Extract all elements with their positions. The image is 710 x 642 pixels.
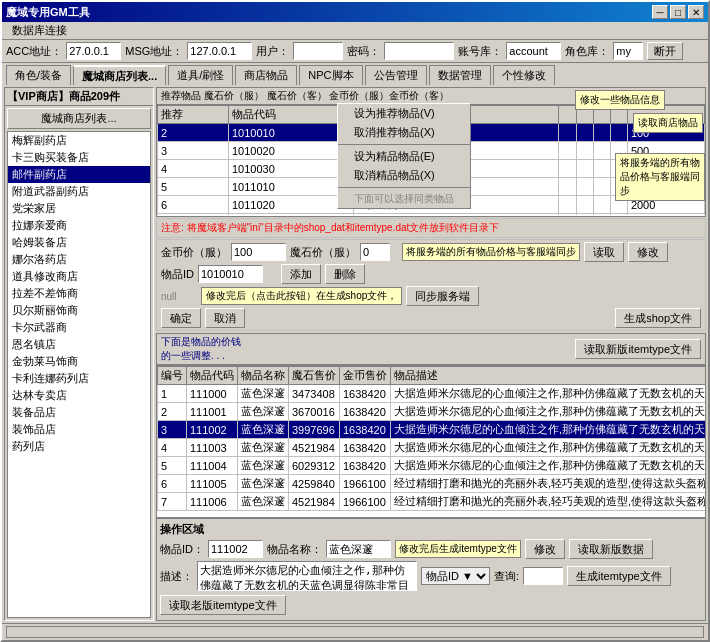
title-buttons: ─ □ ✕ [652,5,704,19]
read-button[interactable]: 读取 [584,242,624,262]
cell: 1011010 [228,178,353,196]
disconnect-button[interactable]: 断开 [647,42,683,60]
op-read-new-button[interactable]: 读取新版数据 [569,539,653,559]
list-item[interactable]: 药列店 [8,438,150,455]
context-cancel-recommend[interactable]: 取消推荐物品(X) [338,123,470,142]
cell [559,160,576,178]
bottom-table-container[interactable]: 编号 物品代码 物品名称 魔石售价 金币售价 物品描述 1 11 [156,365,706,518]
table-row[interactable]: 6 111005 蓝色深邃 4259840 1966100 经过精细打磨和抛光的… [158,475,707,493]
msg-label: MSG地址： [125,44,183,59]
shop-list-button[interactable]: 魔城商店列表... [7,108,151,129]
user-label: 用户： [256,44,289,59]
tab-shop-list[interactable]: 魔城商店列表... [73,65,166,85]
list-item[interactable]: 拉差不差饰商 [8,285,150,302]
op-modify-button[interactable]: 修改 [525,539,565,559]
cell [576,160,593,178]
table-row[interactable]: 7 1010100 治疗药水 [158,214,705,216]
tab-item-monster[interactable]: 道具/刷怪 [168,65,233,85]
cell-gold: 1966100 [340,475,391,493]
list-item[interactable]: 卡利连娜药列店 [8,370,150,387]
op-query-input[interactable] [523,567,563,585]
status-bar [2,623,708,640]
cell-magic: 4259840 [289,475,340,493]
read-new-itemtype-button[interactable]: 读取新版itemtype文件 [575,339,701,359]
list-item[interactable]: 邮件副药店 [8,166,150,183]
context-separator [338,144,470,145]
modify-button[interactable]: 修改 [628,242,668,262]
tab-role-equip[interactable]: 角色/装备 [6,65,71,85]
table-row[interactable]: 1 111000 蓝色深邃 3473408 1638420 大据造师米尔德尼的心… [158,385,707,403]
cell: 1010020 [228,142,353,160]
tab-personal[interactable]: 个性修改 [493,65,555,85]
list-item[interactable]: 卡尔武器商 [8,319,150,336]
list-item[interactable]: 金勃莱马饰商 [8,353,150,370]
msg-input[interactable] [187,42,252,60]
item-id-input[interactable] [198,265,263,283]
context-set-recommend[interactable]: 设为推荐物品(V) [338,105,470,123]
list-item[interactable]: 达林专卖店 [8,387,150,404]
table-row[interactable]: 2 111001 蓝色深邃 3670016 1638420 大据造师米尔德尼的心… [158,403,707,421]
close-button[interactable]: ✕ [688,5,704,19]
magic-price-input[interactable] [360,243,390,261]
cell-code: 111002 [187,421,238,439]
tooltip-server2: 将服务端的所有物品价格与客服端同步 [402,243,580,261]
menu-database[interactable]: 数据库连接 [6,22,73,39]
user-input[interactable] [293,42,343,60]
op-item-name-input[interactable] [326,540,391,558]
generate-shop-button[interactable]: 生成shop文件 [615,308,701,328]
cell-desc: 大据造师米尔德尼的心血倾注之作,那种仿佛蕴藏了无数玄机的天蓝色调 [391,421,707,439]
list-item[interactable]: 拉娜亲爱商 [8,217,150,234]
tab-announcement[interactable]: 公告管理 [365,65,427,85]
table-row[interactable]: 5 111004 蓝色深邃 6029312 1638420 大据造师米尔德尼的心… [158,457,707,475]
maximize-button[interactable]: □ [670,5,686,19]
confirm-button[interactable]: 确定 [161,308,201,328]
shop-list[interactable]: 梅辉副药店 卡三购买装备店 邮件副药店 附道武器副药店 党栄家居 拉娜亲爱商 哈… [7,131,151,618]
cell-gold: 1638420 [340,403,391,421]
table-row[interactable]: 3 111002 蓝色深邃 3997696 1638420 大据造师米尔德尼的心… [158,421,707,439]
list-item[interactable]: 梅辉副药店 [8,132,150,149]
cell: 1010010 [228,124,353,142]
list-item[interactable]: 党栄家居 [8,200,150,217]
table-note: 推荐物品 魔石价（服） 魔石价（客） 金币价（服）金币价（客） [161,90,449,101]
bottom-table-header: 下面是物品的价钱的一些调整. . . 读取新版itemtype文件 [156,333,706,365]
list-item[interactable]: 娜尔洛药店 [8,251,150,268]
op-generate-itemtype-button[interactable]: 生成itemtype文件 [567,566,671,586]
form-row-3: null 修改完后（点击此按钮）在生成shop文件， 同步服务端 [161,286,701,306]
list-item[interactable]: 装备品店 [8,404,150,421]
product-table-area: 推荐物品 魔石价（服） 魔石价（客） 金币价（服）金币价（客） 推荐 物品代码 … [156,87,706,217]
gold-price-input[interactable] [231,243,286,261]
list-item[interactable]: 道具修改商店 [8,268,150,285]
op-desc-textarea[interactable]: 大据造师米尔德尼的心血倾注之作,那种仿佛蕴藏了无数玄机的天蓝色调显得陈非常目备, [197,561,417,591]
list-item[interactable]: 装饰品店 [8,421,150,438]
cell-desc: 大据造师米尔德尼的心血倾注之作,那种仿佛蕴藏了无数玄机的天蓝色调显得陈 [391,385,707,403]
tab-shop-item[interactable]: 商店物品 [235,65,297,85]
acc-input[interactable] [66,42,121,60]
op-read-old-button[interactable]: 读取老版itemtype文件 [160,595,286,615]
add-button[interactable]: 添加 [281,264,321,284]
role-input[interactable] [613,42,643,60]
op-item-name-label: 物品名称： [267,542,322,557]
cell-desc: 经过精细打磨和抛光的亮丽外表,轻巧美观的造型,使得这款头盔称受 [391,493,707,511]
table-row[interactable]: 4 111003 蓝色深邃 4521984 1638420 大据造师米尔德尼的心… [158,439,707,457]
op-item-id-input[interactable] [208,540,263,558]
context-set-premium[interactable]: 设为精品物品(E) [338,147,470,166]
list-item[interactable]: 贝尔斯丽饰商 [8,302,150,319]
cell: 2 [158,124,229,142]
op-item-id-dropdown[interactable]: 物品ID ▼ [421,567,490,585]
context-cancel-premium[interactable]: 取消精品物品(X) [338,166,470,185]
table-row[interactable]: 7 111006 蓝色深邃 4521984 1966100 经过精细打磨和抛光的… [158,493,707,511]
tab-npc-script[interactable]: NPC脚本 [299,65,362,85]
tab-data-mgmt[interactable]: 数据管理 [429,65,491,85]
minimize-button[interactable]: ─ [652,5,668,19]
list-item[interactable]: 恩名镇店 [8,336,150,353]
cell-name: 蓝色深邃 [238,493,289,511]
pwd-input[interactable] [384,42,454,60]
db-input[interactable] [506,42,561,60]
cancel-button[interactable]: 取消 [205,308,245,328]
item-id-label: 物品ID [161,267,194,282]
list-item[interactable]: 哈姆装备店 [8,234,150,251]
list-item[interactable]: 附道武器副药店 [8,183,150,200]
delete-button[interactable]: 删除 [325,264,365,284]
sync-button[interactable]: 同步服务端 [406,286,479,306]
list-item[interactable]: 卡三购买装备店 [8,149,150,166]
